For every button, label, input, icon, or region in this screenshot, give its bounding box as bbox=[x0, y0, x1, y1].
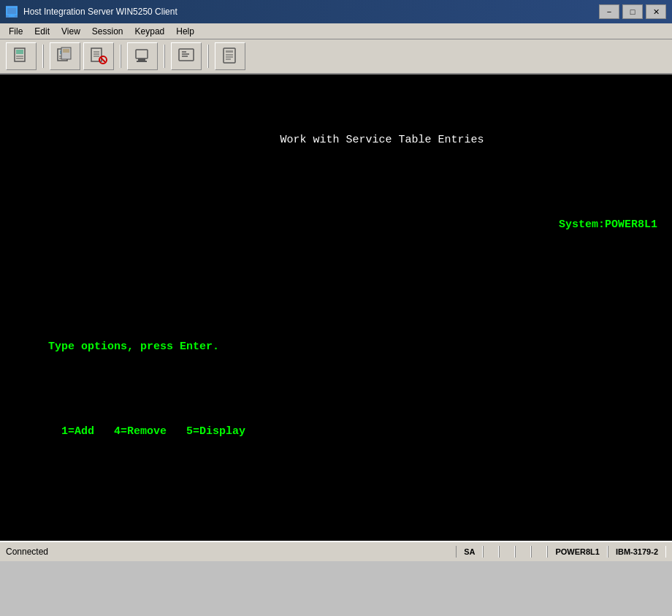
status-ind2 bbox=[499, 546, 515, 558]
connection-status: Connected bbox=[6, 547, 456, 557]
menu-view[interactable]: View bbox=[56, 25, 86, 38]
svg-rect-0 bbox=[7, 7, 17, 15]
status-system: POWER8L1 bbox=[547, 546, 608, 558]
window-title: Host Integration Server WIN5250 Client bbox=[23, 7, 177, 17]
terminal-area[interactable]: Work with Service Table Entries System:P… bbox=[0, 75, 672, 541]
menu-help[interactable]: Help bbox=[170, 25, 200, 38]
toolbar-sep-3 bbox=[164, 45, 165, 68]
svg-rect-22 bbox=[179, 49, 194, 61]
toolbar-btn-6[interactable] bbox=[215, 42, 245, 70]
toolbar-btn-1[interactable] bbox=[6, 42, 37, 70]
window-controls: − □ ✕ bbox=[599, 4, 666, 19]
options-line: 1=Add 4=Remove 5=Display bbox=[9, 406, 663, 457]
status-ind4 bbox=[531, 546, 547, 558]
menu-edit[interactable]: Edit bbox=[28, 25, 56, 38]
status-terminal: IBM-3179-2 bbox=[608, 546, 666, 558]
status-ind3 bbox=[515, 546, 531, 558]
svg-rect-19 bbox=[136, 50, 148, 58]
maximize-button[interactable]: □ bbox=[622, 4, 643, 19]
menu-keypad[interactable]: Keypad bbox=[129, 25, 171, 38]
status-segments: SA POWER8L1 IBM-3179-2 bbox=[456, 546, 666, 558]
status-sa: SA bbox=[456, 546, 483, 558]
svg-rect-21 bbox=[137, 61, 147, 62]
minimize-button[interactable]: − bbox=[599, 4, 619, 19]
toolbar-btn-2[interactable] bbox=[50, 42, 80, 70]
terminal-system: System:POWER8L1 bbox=[9, 199, 663, 251]
menu-file[interactable]: File bbox=[3, 25, 28, 38]
toolbar-btn-3[interactable] bbox=[83, 42, 114, 70]
toolbar bbox=[0, 39, 672, 75]
toolbar-sep-4 bbox=[207, 45, 209, 68]
terminal-heading: Work with Service Table Entries bbox=[9, 115, 663, 166]
menu-bar: File Edit View Session Keypad Help bbox=[0, 23, 672, 39]
toolbar-btn-4[interactable] bbox=[127, 42, 158, 70]
svg-rect-12 bbox=[63, 49, 69, 53]
menu-session[interactable]: Session bbox=[86, 25, 129, 38]
toolbar-btn-5[interactable] bbox=[171, 42, 202, 70]
toolbar-sep-2 bbox=[120, 45, 121, 68]
close-button[interactable]: ✕ bbox=[646, 4, 666, 19]
status-bar: Connected SA POWER8L1 IBM-3179-2 bbox=[0, 541, 672, 561]
svg-rect-20 bbox=[138, 58, 145, 61]
title-bar: Host Integration Server WIN5250 Client −… bbox=[0, 0, 672, 23]
app-icon bbox=[6, 6, 18, 18]
status-ind1 bbox=[483, 546, 499, 558]
svg-rect-27 bbox=[226, 50, 233, 53]
instructions-line: Type options, press Enter. bbox=[9, 322, 663, 373]
svg-rect-4 bbox=[16, 50, 23, 54]
toolbar-sep-1 bbox=[42, 45, 44, 68]
